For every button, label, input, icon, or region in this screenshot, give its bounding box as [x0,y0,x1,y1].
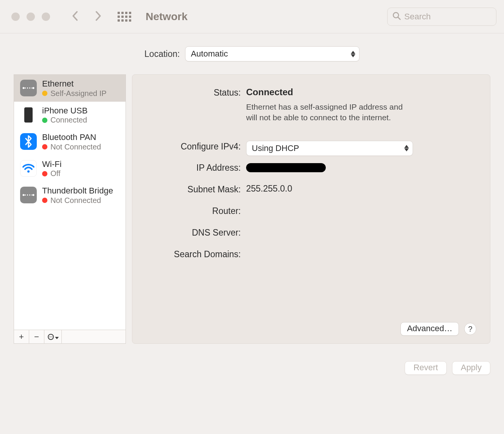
service-bluetooth-pan[interactable]: Bluetooth PAN Not Connected [14,128,126,155]
ip-address-value-redacted [246,163,326,172]
help-button[interactable]: ? [464,323,476,335]
ip-address-label: IP Address: [146,162,241,173]
svg-point-5 [33,87,35,89]
svg-marker-2 [351,51,355,54]
svg-point-4 [23,87,25,89]
svg-marker-16 [404,145,409,148]
add-service-button[interactable]: + [14,330,29,343]
service-actions-button[interactable] [44,330,62,343]
configure-ipv4-value: Using DHCP [252,143,299,153]
service-status: Not Connected [50,196,101,205]
window-controls [11,13,50,21]
chevron-down-icon [55,332,59,342]
service-thunderbolt-bridge[interactable]: Thunderbolt Bridge Not Connected [14,182,126,209]
row-router: Router: [146,205,476,216]
status-dot-yellow [42,91,47,96]
service-ethernet[interactable]: Ethernet Self-Assigned IP [14,75,126,102]
row-configure-ipv4: Configure IPv4: Using DHCP [146,141,476,156]
back-button[interactable] [71,10,80,23]
location-row: Location: Automatic [0,33,504,74]
service-status: Connected [50,116,87,124]
thunderbolt-bridge-icon [20,187,37,203]
ethernet-icon [20,80,37,96]
status-dot-red [42,171,47,176]
location-select[interactable]: Automatic [185,46,360,61]
service-wifi[interactable]: Wi-Fi Off [14,155,126,182]
dns-server-label: DNS Server: [146,227,241,238]
service-name: Bluetooth PAN [42,132,101,143]
service-list: Ethernet Self-Assigned IP iPhone USB Con… [14,75,126,330]
router-label: Router: [146,205,241,216]
wifi-icon [20,160,37,177]
service-sidebar: Ethernet Self-Assigned IP iPhone USB Con… [14,74,126,344]
status-value: Connected [246,87,476,97]
search-domains-label: Search Domains: [146,248,241,259]
subnet-mask-value: 255.255.0.0 [246,184,476,194]
select-stepper-icon [351,51,355,57]
svg-point-9 [33,194,35,196]
search-input[interactable] [404,12,491,22]
revert-button[interactable]: Revert [405,361,447,375]
row-search-domains: Search Domains: [146,248,476,259]
service-name: Wi-Fi [42,159,61,170]
svg-line-1 [398,17,400,20]
configure-ipv4-select[interactable]: Using DHCP [246,141,413,156]
close-window-button[interactable] [11,13,20,21]
svg-point-0 [393,13,399,18]
svg-marker-17 [404,148,409,151]
row-status: Status: Connected [146,87,476,98]
svg-point-12 [49,337,50,337]
status-dot-red [42,198,47,203]
search-icon [392,11,401,22]
service-name: Ethernet [42,79,107,89]
svg-point-7 [27,170,30,173]
page-title: Network [146,11,387,23]
status-description: Ethernet has a self-assigned IP address … [246,102,409,123]
service-name: iPhone USB [42,105,88,116]
nav-controls [71,10,102,23]
detail-footer: Advanced… ? [146,322,476,336]
row-subnet-mask: Subnet Mask: 255.255.0.0 [146,184,476,195]
subnet-mask-label: Subnet Mask: [146,184,241,195]
status-label: Status: [146,87,241,98]
row-ip-address: IP Address: [146,162,476,173]
svg-marker-15 [55,337,59,339]
forward-button[interactable] [93,10,102,23]
service-iphone-usb[interactable]: iPhone USB Connected [14,102,126,129]
select-stepper-icon [404,145,409,151]
service-status: Not Connected [50,143,101,151]
sidebar-footer-fill [62,330,126,343]
toolbar: Network [0,0,504,33]
configure-ipv4-label: Configure IPv4: [146,141,241,152]
status-dot-green [42,118,47,123]
advanced-button[interactable]: Advanced… [400,322,459,336]
service-status: Self-Assigned IP [50,89,107,98]
svg-point-14 [52,337,52,337]
service-status: Off [50,169,60,178]
sidebar-footer: + − [14,330,126,343]
remove-service-button[interactable]: − [29,330,44,343]
svg-point-13 [50,337,51,337]
row-dns-server: DNS Server: [146,227,476,238]
service-name: Thunderbolt Bridge [42,186,113,196]
bluetooth-icon [20,133,37,150]
svg-point-8 [23,194,25,196]
minimize-window-button[interactable] [27,13,35,21]
detail-pane: Status: Connected Ethernet has a self-as… [132,74,490,344]
apply-button[interactable]: Apply [452,361,490,375]
search-field[interactable] [387,8,496,26]
show-all-prefs-button[interactable] [118,12,131,22]
location-label: Location: [144,49,180,59]
main-area: Ethernet Self-Assigned IP iPhone USB Con… [0,74,504,344]
status-dot-red [42,144,47,149]
svg-marker-3 [351,54,355,57]
location-value: Automatic [191,49,228,59]
iphone-icon [20,107,37,123]
window-footer: Revert Apply [0,344,504,375]
zoom-window-button[interactable] [42,13,50,21]
